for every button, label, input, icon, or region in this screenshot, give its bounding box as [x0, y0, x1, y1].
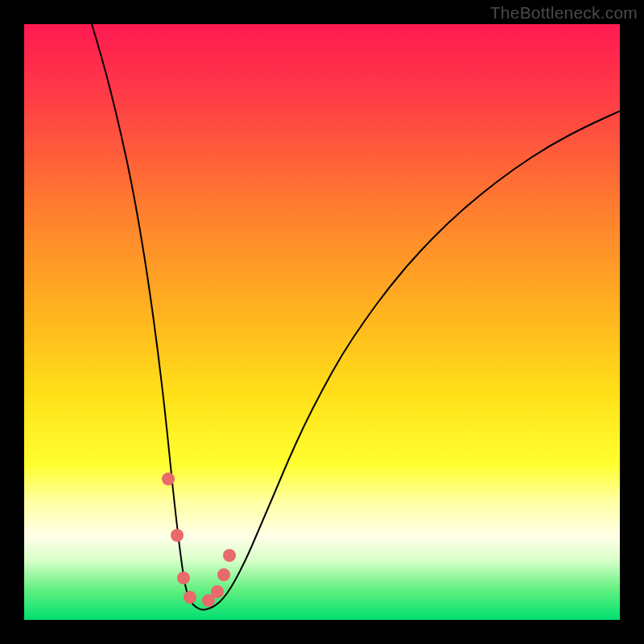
marker-dot [223, 549, 236, 562]
marker-dot [177, 572, 190, 584]
marker-dot [211, 585, 224, 598]
plot-area [24, 24, 620, 620]
marker-dot [217, 568, 230, 581]
watermark-text: TheBottleneck.com [490, 3, 638, 23]
bottleneck-curve-chart [24, 24, 620, 620]
chart-frame: TheBottleneck.com [0, 0, 644, 644]
marker-dot [184, 591, 196, 604]
marker-dot [171, 529, 184, 542]
marker-dot [162, 473, 175, 485]
gradient-background [24, 24, 620, 620]
